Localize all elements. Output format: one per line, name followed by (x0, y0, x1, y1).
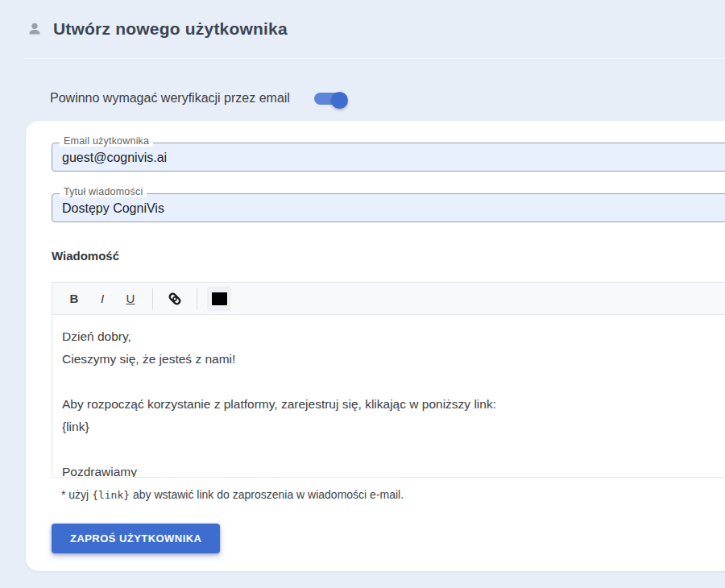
page-header: Utwórz nowego użytkownika (0, 0, 725, 58)
page-title: Utwórz nowego użytkownika (53, 19, 288, 39)
text-color-button[interactable] (207, 287, 231, 311)
email-input[interactable] (52, 143, 725, 172)
italic-button[interactable]: I (90, 287, 114, 311)
person-icon (26, 20, 44, 38)
subject-field-wrapper: Tytuł wiadomości (52, 193, 725, 222)
link-placeholder-hint: * użyj {link} aby wstawić link do zapros… (52, 488, 725, 501)
toolbar-separator (197, 288, 197, 309)
email-verification-row: Powinno wymagać weryfikacji przez email (0, 88, 725, 109)
toggle-thumb (331, 92, 348, 109)
email-field-wrapper: Email użytkownika (52, 143, 725, 172)
hint-suffix: aby wstawić link do zaproszenia w wiadom… (130, 488, 404, 501)
hint-prefix: * użyj (61, 488, 92, 501)
email-field-label: Email użytkownika (60, 135, 153, 147)
color-swatch (212, 292, 227, 305)
invite-user-button[interactable]: ZAPROŚ UŻYTKOWNIKA (52, 524, 220, 553)
subject-field-label: Tytuł wiadomości (60, 186, 147, 197)
insert-link-button[interactable] (163, 287, 187, 311)
bold-button[interactable]: B (62, 287, 86, 311)
subject-input[interactable] (52, 193, 725, 222)
invite-user-card: Email użytkownika Tytuł wiadomości Wiado… (26, 121, 725, 571)
email-verification-toggle[interactable] (314, 93, 346, 105)
hint-code: {link} (92, 489, 130, 501)
message-section-label: Wiadomość (52, 249, 725, 263)
link-icon (166, 290, 184, 308)
create-user-page: Utwórz nowego użytkownika Powinno wymaga… (0, 0, 725, 588)
email-verification-label: Powinno wymagać weryfikacji przez email (50, 91, 290, 106)
editor-toolbar: B I U (52, 283, 725, 315)
header-divider (24, 58, 725, 59)
underline-button[interactable]: U (118, 287, 143, 311)
message-editor: B I U (52, 282, 725, 478)
toolbar-separator (152, 288, 153, 309)
message-body-input[interactable]: Dzień dobry, Cieszymy się, że jesteś z n… (52, 315, 725, 477)
